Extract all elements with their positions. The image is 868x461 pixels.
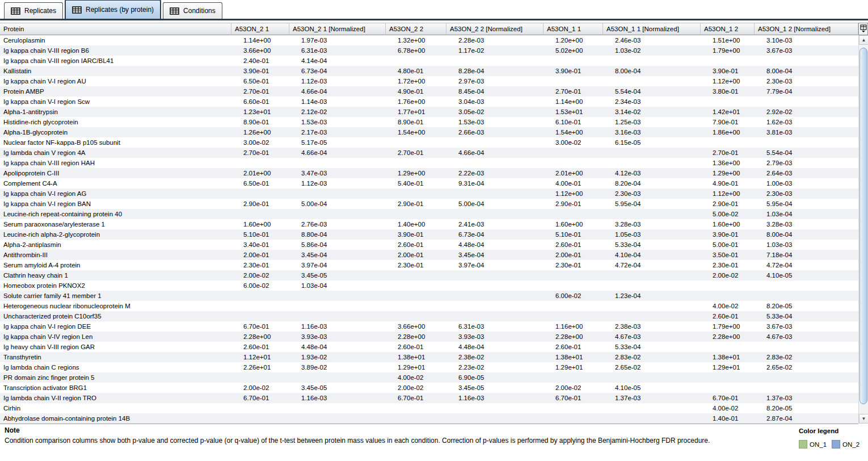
cell-value: 3.10e-03 bbox=[755, 35, 858, 45]
cell-value bbox=[446, 280, 543, 291]
cell-value: 4.90e-01 bbox=[386, 86, 446, 97]
column-header-a53on-2-1-normalized[interactable]: A53ON_2 1 [Normalized] bbox=[289, 23, 386, 35]
cell-value bbox=[543, 301, 603, 311]
cell-value: 1.53e+01 bbox=[543, 107, 603, 117]
cell-value: 1.16e-03 bbox=[289, 321, 386, 332]
table-row[interactable]: Ig kappa chain V-III region HAH1.36e+002… bbox=[0, 158, 858, 168]
tab-replicates[interactable]: Replicates bbox=[4, 2, 63, 19]
table-row[interactable]: Ig kappa chain V-IV region Len2.28e+003.… bbox=[0, 332, 858, 342]
cell-value bbox=[289, 158, 386, 168]
column-selector-button[interactable] bbox=[858, 23, 868, 35]
table-row[interactable]: Ig kappa chain V-I region AU6.50e-011.12… bbox=[0, 76, 858, 86]
table-row[interactable]: Kallistatin3.90e-016.73e-044.80e-018.28e… bbox=[0, 66, 858, 76]
table-row[interactable]: Alpha-1B-glycoprotein1.26e+002.17e-031.5… bbox=[0, 127, 858, 137]
table-row[interactable]: Serum amyloid A-4 protein2.30e-013.97e-0… bbox=[0, 260, 858, 270]
cell-value: 1.03e-03 bbox=[755, 240, 858, 250]
table-row[interactable]: Cirhin4.00e-028.20e-05 bbox=[0, 403, 858, 413]
table-row[interactable]: Complement C4-A6.50e-011.12e-035.40e-019… bbox=[0, 178, 858, 188]
cell-value bbox=[446, 209, 543, 219]
table-row[interactable]: Alpha-2-antiplasmin3.40e-015.86e-042.60e… bbox=[0, 240, 858, 250]
column-header-a53on-1-2[interactable]: A53ON_1 2 bbox=[701, 23, 755, 35]
cell-value: 1.16e-03 bbox=[289, 393, 386, 403]
table-row[interactable]: Ig kappa chain V-III region B63.66e+006.… bbox=[0, 45, 858, 56]
cell-value: 3.93e-03 bbox=[289, 332, 386, 342]
table-row[interactable]: Abhydrolase domain-containing protein 14… bbox=[0, 413, 858, 424]
column-header-a53on-1-2-normalized[interactable]: A53ON_1 2 [Normalized] bbox=[755, 23, 858, 35]
cell-value: 1.32e+00 bbox=[386, 35, 446, 45]
cell-value: 6.70e-01 bbox=[701, 393, 755, 403]
table-row[interactable]: Solute carrier family 41 member 16.00e-0… bbox=[0, 291, 858, 301]
cell-value bbox=[289, 188, 386, 199]
cell-value: 4.90e-01 bbox=[701, 178, 755, 188]
table-row[interactable]: Antithrombin-III2.00e-013.45e-042.00e-01… bbox=[0, 250, 858, 260]
table-row[interactable]: Ig kappa chain V-I region AG1.12e+002.30… bbox=[0, 188, 858, 199]
cell-value: 5.40e-01 bbox=[386, 178, 446, 188]
cell-value: 6.31e-03 bbox=[289, 45, 386, 56]
tab-conditions[interactable]: Conditions bbox=[163, 2, 222, 19]
scroll-up-button[interactable]: ▲ bbox=[859, 35, 868, 45]
tab-replicates-by-protein[interactable]: Replicates (by protein) bbox=[65, 0, 161, 19]
vertical-scrollbar[interactable]: ▲ ▼ bbox=[858, 35, 868, 424]
column-header-a53on-2-2[interactable]: A53ON_2 2 bbox=[386, 23, 446, 35]
cell-value: 1.17e-02 bbox=[446, 45, 543, 56]
cell-value: 2.00e-02 bbox=[543, 383, 603, 393]
table-row[interactable]: Histidine-rich glycoprotein8.90e-011.53e… bbox=[0, 117, 858, 127]
cell-value: 1.62e-03 bbox=[755, 117, 858, 127]
table-row[interactable]: Protein AMBP2.70e-014.66e-044.90e-018.45… bbox=[0, 86, 858, 97]
column-header-a53on-1-1[interactable]: A53ON_1 1 bbox=[543, 23, 603, 35]
table-row[interactable]: Leucine-rich alpha-2-glycoprotein5.10e-0… bbox=[0, 229, 858, 240]
table-row[interactable]: Ig kappa chain V-III region IARC/BL412.4… bbox=[0, 56, 858, 66]
table-row[interactable]: Nuclear factor NF-kappa-B p105 subunit3.… bbox=[0, 137, 858, 148]
table-row[interactable]: Ceruloplasmin1.14e+001.97e-031.32e+002.2… bbox=[0, 35, 858, 45]
table-row[interactable]: Ig kappa chain V-I region Scw6.60e-011.1… bbox=[0, 97, 858, 107]
column-header-a53on-1-1-normalized[interactable]: A53ON_1 1 [Normalized] bbox=[603, 23, 701, 35]
cell-value: 5.54e-04 bbox=[603, 86, 701, 97]
table-row[interactable]: Leucine-rich repeat-containing protein 4… bbox=[0, 209, 858, 219]
table-row[interactable]: Apolipoprotein C-III2.01e+003.47e-031.29… bbox=[0, 168, 858, 178]
scrollbar-thumb[interactable] bbox=[859, 48, 867, 404]
table-row[interactable]: Uncharacterized protein C10orf352.60e-01… bbox=[0, 311, 858, 321]
cell-value bbox=[701, 383, 755, 393]
table-row[interactable]: Clathrin heavy chain 12.00e-023.45e-052.… bbox=[0, 270, 858, 280]
table-row[interactable]: Transthyretin1.12e+011.93e-021.38e+012.3… bbox=[0, 352, 858, 362]
cell-value: 2.12e-02 bbox=[289, 107, 386, 117]
cell-value: 2.60e-01 bbox=[701, 311, 755, 321]
cell-value: 2.00e-01 bbox=[231, 250, 289, 260]
table-row[interactable]: Homeobox protein PKNOX26.00e-021.03e-04 bbox=[0, 280, 858, 291]
cell-value: 2.26e+01 bbox=[231, 362, 289, 372]
cell-value: 1.79e+00 bbox=[701, 321, 755, 332]
column-header-a53on-2-1[interactable]: A53ON_2 1 bbox=[231, 23, 289, 35]
cell-value: 1.14e+00 bbox=[231, 35, 289, 45]
table-row[interactable]: Heterogeneous nuclear ribonucleoprotein … bbox=[0, 301, 858, 311]
table-header: ProteinA53ON_2 1A53ON_2 1 [Normalized]A5… bbox=[0, 23, 858, 35]
cell-value bbox=[603, 403, 701, 413]
column-header-a53on-2-2-normalized[interactable]: A53ON_2 2 [Normalized] bbox=[446, 23, 543, 35]
table-row[interactable]: Ig kappa chain V-I region DEE6.70e-011.1… bbox=[0, 321, 858, 332]
table-row[interactable]: Serum paraoxonase/arylesterase 11.60e+00… bbox=[0, 219, 858, 229]
cell-value bbox=[603, 280, 701, 291]
table-row[interactable]: Ig lambda chain V-II region TRO6.70e-011… bbox=[0, 393, 858, 403]
table-row[interactable]: Alpha-1-antitrypsin1.23e+012.12e-021.77e… bbox=[0, 107, 858, 117]
table-row[interactable]: Ig lambda chain V region 4A2.70e-014.66e… bbox=[0, 148, 858, 158]
cell-value: 1.23e+01 bbox=[231, 107, 289, 117]
cell-value: 3.05e-02 bbox=[446, 107, 543, 117]
table-row[interactable]: PR domain zinc finger protein 54.00e-026… bbox=[0, 372, 858, 383]
cell-protein: Ig kappa chain V-IV region Len bbox=[0, 332, 231, 342]
cell-protein: Complement C4-A bbox=[0, 178, 231, 188]
cell-value: 8.20e-05 bbox=[755, 301, 858, 311]
table-row[interactable]: Ig lambda chain C regions2.26e+013.89e-0… bbox=[0, 362, 858, 372]
cell-value: 1.54e+00 bbox=[386, 127, 446, 137]
cell-value: 1.60e+00 bbox=[231, 219, 289, 229]
cell-value: 1.12e+00 bbox=[543, 188, 603, 199]
cell-value: 2.41e-03 bbox=[446, 219, 543, 229]
table-icon bbox=[11, 7, 20, 15]
table-row[interactable]: Ig heavy chain V-III region GAR2.60e-014… bbox=[0, 342, 858, 352]
column-header-protein[interactable]: Protein bbox=[0, 23, 231, 35]
table-row[interactable]: Transcription activator BRG12.00e-023.45… bbox=[0, 383, 858, 393]
scroll-down-button[interactable]: ▼ bbox=[859, 414, 868, 424]
cell-value: 6.70e-01 bbox=[231, 393, 289, 403]
table-row[interactable]: Ig kappa chain V-I region BAN2.90e-015.0… bbox=[0, 199, 858, 209]
cell-value: 2.01e+00 bbox=[231, 168, 289, 178]
cell-value: 1.29e+01 bbox=[701, 362, 755, 372]
cell-value: 2.46e-03 bbox=[603, 35, 701, 45]
